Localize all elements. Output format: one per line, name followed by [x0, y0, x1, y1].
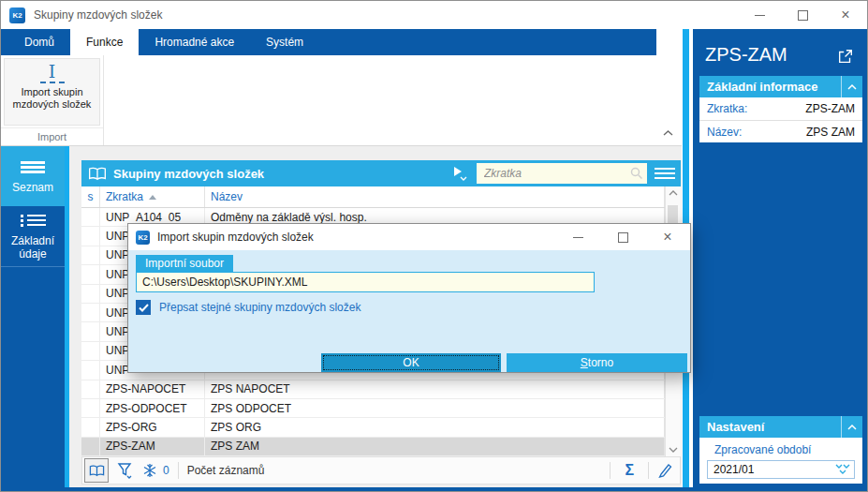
ribbon-tab-bar: Domů Funkce Hromadné akce Systém — [1, 29, 656, 55]
ribbon-group-import: I Import skupin mzdových složek Import — [1, 55, 104, 145]
section-basic-info-header[interactable]: Základní informace — [699, 76, 862, 97]
checkbox-checked[interactable] — [136, 300, 151, 315]
column-header-state[interactable]: s — [81, 186, 100, 207]
check-icon — [139, 304, 149, 312]
chevron-up-icon — [846, 424, 858, 431]
dropdown-triple-chevron-icon[interactable] — [835, 464, 850, 475]
sidebar-item-label: Seznam — [12, 181, 53, 194]
import-button-label1: Import skupin — [5, 86, 99, 98]
column-header-zkratka[interactable]: Zkratka — [100, 186, 205, 207]
dialog-maximize-button[interactable] — [600, 224, 645, 250]
preview-panel: ZPS-ZAM Základní informace Zkratka: ZPS-… — [693, 29, 868, 487]
overwrite-checkbox-row[interactable]: Přepsat stejné skupiny mzdových složek — [136, 300, 360, 315]
app-logo-icon: K2 — [136, 231, 150, 245]
dialog-close-button[interactable]: × — [645, 224, 690, 250]
field-value: ZPS-ZAM — [805, 102, 855, 115]
app-window: K2 Skupiny mzdových složek × Domů Funkce… — [0, 0, 868, 492]
close-icon: × — [663, 230, 671, 245]
window-bottom-strip — [1, 487, 868, 492]
field-row-nazev: Název: ZPS ZAM — [699, 120, 862, 142]
separator — [178, 462, 179, 479]
field-value: ZPS ZAM — [806, 126, 855, 139]
column-header-nazev[interactable]: Název — [205, 190, 664, 203]
related-records-button[interactable] — [452, 166, 467, 181]
separator — [648, 462, 649, 479]
book-icon — [89, 464, 105, 477]
checkbox-label: Přepsat stejné skupiny mzdových složek — [159, 301, 360, 314]
sort-ascending-icon — [149, 195, 156, 200]
edit-button[interactable] — [657, 463, 672, 478]
maximize-icon — [618, 232, 628, 243]
browse-header: Skupiny mzdových složek — [81, 160, 681, 186]
import-groups-button[interactable]: I Import skupin mzdových složek — [4, 58, 100, 126]
snowflake-icon — [142, 463, 157, 478]
table-row[interactable]: ZPS-ORGZPS ORG — [81, 418, 681, 437]
app-logo-icon: K2 — [9, 7, 25, 23]
window-controls: × — [738, 1, 867, 29]
scroll-down-icon[interactable] — [668, 446, 679, 454]
maximize-button[interactable] — [781, 1, 824, 29]
window-title: Skupiny mzdových složek — [34, 8, 162, 22]
book-icon — [88, 166, 107, 181]
grid-menu-button[interactable] — [655, 168, 675, 179]
chevron-up-icon — [662, 129, 674, 137]
dialog-title: Import skupin mzdových složek — [157, 231, 314, 244]
collapse-section-button[interactable] — [841, 416, 862, 438]
tab-domu[interactable]: Domů — [8, 29, 70, 55]
ribbon: I Import skupin mzdových složek Import — [1, 55, 682, 146]
record-count-label: Počet záznamů — [187, 464, 265, 477]
ribbon-collapse-button[interactable] — [662, 124, 674, 141]
table-row[interactable]: ZPS-NAPOCETZPS NAPOCET — [81, 380, 681, 399]
external-link-icon — [837, 48, 854, 65]
filter-button[interactable] — [117, 462, 134, 479]
import-button-label2: mzdových složek — [5, 98, 99, 111]
period-input[interactable] — [708, 462, 828, 477]
file-path-input[interactable] — [136, 272, 595, 292]
sidebar-item-label: Základní údaje — [11, 234, 54, 261]
sidebar-item-seznam[interactable]: Seznam — [1, 146, 65, 206]
tab-funkce[interactable]: Funkce — [70, 29, 139, 55]
ok-button[interactable]: OK — [321, 353, 501, 372]
period-field — [707, 460, 855, 479]
sum-button[interactable]: Σ — [619, 462, 640, 479]
open-detail-button[interactable] — [837, 48, 854, 68]
sidebar-item-zakladni-udaje[interactable]: Základní údaje — [1, 206, 65, 267]
detail-list-icon — [21, 213, 46, 229]
field-label: Název: — [707, 126, 742, 139]
minimize-icon — [573, 237, 583, 238]
table-row-selected[interactable]: ZPS-ZAMZPS ZAM — [81, 438, 681, 456]
cancel-button[interactable]: Storno — [507, 353, 687, 372]
scroll-up-icon[interactable] — [668, 189, 679, 197]
section-basic-info-body: Zkratka: ZPS-ZAM Název: ZPS ZAM — [699, 97, 862, 142]
separator — [610, 462, 611, 479]
maximize-icon — [798, 10, 808, 21]
field-row-zkratka: Zkratka: ZPS-ZAM — [699, 97, 862, 120]
freeze-button[interactable] — [142, 463, 157, 478]
ribbon-group-caption: Import — [1, 127, 103, 145]
import-icon: I — [5, 62, 99, 81]
record-title: ZPS-ZAM — [705, 44, 787, 66]
section-settings-header[interactable]: Nastavení — [699, 416, 862, 438]
tab-system[interactable]: Systém — [250, 29, 319, 55]
tab-hromadne-akce[interactable]: Hromadné akce — [139, 29, 250, 55]
browse-title: Skupiny mzdových složek — [113, 167, 264, 181]
search-box — [477, 163, 647, 184]
period-label: Zpracované období — [714, 443, 811, 456]
file-field-label: Importní soubor — [136, 255, 233, 272]
collapse-section-button[interactable] — [841, 76, 862, 97]
chevron-down-icon — [460, 176, 467, 181]
import-icon-dash — [40, 82, 65, 83]
search-input[interactable] — [477, 163, 647, 184]
title-bar: K2 Skupiny mzdových složek × — [1, 1, 867, 29]
table-row[interactable]: ZPS-ODPOCETZPS ODPOCET — [81, 399, 681, 418]
section-settings-body: Zpracované období — [699, 438, 862, 484]
close-button[interactable]: × — [824, 1, 867, 29]
book-view-button[interactable] — [84, 458, 109, 483]
play-icon — [454, 167, 462, 176]
field-label: Zkratka: — [707, 102, 747, 115]
minimize-button[interactable] — [738, 1, 781, 29]
dialog-title-bar: K2 Import skupin mzdových složek × — [128, 224, 690, 250]
dialog-minimize-button[interactable] — [555, 224, 600, 250]
table-header-row: s Zkratka Název — [81, 186, 681, 208]
search-icon — [630, 167, 643, 180]
